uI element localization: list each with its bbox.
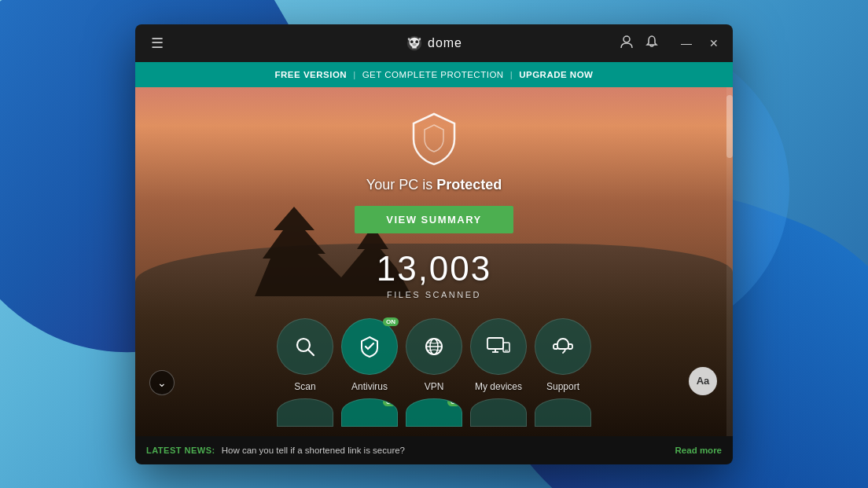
status-section: Your PC is Protected [366,111,502,193]
news-text: How can you tell if a shortened link is … [222,446,669,455]
view-summary-button[interactable]: VIEW SUMMARY [355,206,513,233]
scan-icon [293,335,317,358]
app-logo-text: dome [428,36,462,50]
user-icon[interactable] [620,35,634,52]
feature2-3[interactable]: ON [406,398,462,427]
svg-line-6 [308,350,314,355]
svg-rect-10 [487,338,503,349]
feature2-3-wrap: ON [406,398,462,427]
svg-point-3 [412,43,417,46]
my-devices-label: My devices [475,381,522,392]
svg-point-1 [410,40,414,43]
feature2-2-wrap: ON [341,398,398,427]
feature-scan[interactable]: Scan [277,318,333,392]
feature2-1[interactable] [277,398,333,427]
title-bar-left: ☰ [145,31,170,55]
files-count: 13,003 [377,249,492,288]
bell-icon[interactable] [645,35,659,52]
feature2-2[interactable]: ON [341,398,398,427]
status-text: Your PC is Protected [366,177,502,193]
get-protection-text: GET COMPLETE PROTECTION [362,70,504,79]
feature2-4-wrap [470,398,527,427]
support-label: Support [546,381,579,392]
antivirus-icon [358,335,381,358]
feature-vpn[interactable]: VPN [406,318,462,392]
files-section: 13,003 FILES SCANNED [377,249,492,299]
hamburger-icon[interactable]: ☰ [145,31,170,55]
latest-news-label: LATEST NEWS: [146,446,215,455]
antivirus-icon-wrap: ON [341,318,398,375]
feature2-3-badge: ON [447,398,462,406]
feature2-5-wrap [535,398,591,427]
svg-point-4 [623,36,630,42]
files-label: FILES SCANNED [377,290,492,299]
panda-logo-icon [406,35,423,52]
scan-label: Scan [294,381,315,392]
aa-button[interactable]: Aa [689,367,717,395]
feature-support[interactable]: Support [535,318,591,392]
title-bar-right: — ✕ [620,35,723,52]
svg-point-2 [415,40,418,43]
feature2-1-wrap [277,398,333,427]
antivirus-on-badge: ON [383,317,399,326]
banner-sep1: | [353,70,356,79]
vpn-icon [422,335,446,358]
upgrade-text: UPGRADE NOW [519,70,593,79]
promo-banner[interactable]: FREE VERSION | GET COMPLETE PROTECTION |… [135,62,733,87]
close-button[interactable]: ✕ [704,35,723,51]
features-row2: ON ON [277,398,591,427]
expand-button[interactable]: ⌄ [149,370,175,395]
news-bar: LATEST NEWS: How can you tell if a short… [135,436,733,464]
feature-antivirus[interactable]: ON Antivirus [341,318,398,392]
vpn-label: VPN [425,381,444,392]
free-version-text: FREE VERSION [275,70,348,79]
read-more-link[interactable]: Read more [675,446,722,455]
feature2-2-badge: ON [383,398,398,406]
feature2-4[interactable] [470,398,527,427]
feature-my-devices[interactable]: My devices [470,318,527,392]
status-state: Protected [436,177,502,193]
title-bar-center: dome [406,35,462,52]
scan-icon-wrap [277,318,333,375]
shield-icon [409,111,459,167]
my-devices-icon-wrap [470,318,527,375]
my-devices-icon [486,335,511,358]
banner-sep2: | [510,70,513,79]
antivirus-label: Antivirus [351,381,388,392]
status-prefix: Your PC is [366,177,436,193]
support-icon [551,335,575,358]
minimize-button[interactable]: — [676,35,697,51]
vpn-icon-wrap [406,318,462,375]
shield-container [409,111,459,167]
main-content: Your PC is Protected VIEW SUMMARY 13,003… [135,87,733,436]
content-overlay: Your PC is Protected VIEW SUMMARY 13,003… [135,87,733,436]
support-icon-wrap [535,318,591,375]
features-row: Scan ON Antivirus [277,318,591,392]
app-window: ☰ dome [135,24,733,464]
feature2-5[interactable] [535,398,591,427]
window-controls: — ✕ [676,35,723,51]
title-bar: ☰ dome [135,24,733,62]
